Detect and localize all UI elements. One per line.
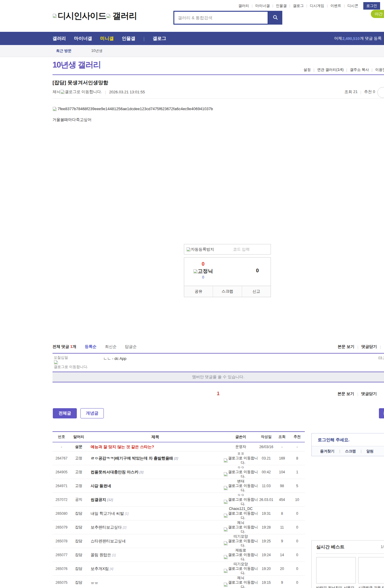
page-1[interactable]: 1 [217,391,220,396]
login-action[interactable]: 알림 [366,449,374,454]
post-link[interactable]: 쇼타렌팬티보고싶네 [91,539,126,543]
site-logo[interactable]: 디시인사이드 갤러리 [52,10,137,22]
author-gallog-link[interactable]: 갤로그로 이동합니다. [224,470,258,479]
row-category: 고정 [70,469,87,475]
post-link[interactable]: 보추개X림 [91,566,109,571]
gallery-link[interactable]: 이용안내 [375,67,384,72]
comment-footer-links: 본문 보기 | 댓글닫기 [338,391,377,397]
share-button[interactable]: 공유 [184,286,213,297]
comment-sort[interactable]: 최신순 [105,344,116,349]
comment-time: 03.2 [378,356,384,360]
nav-item-4[interactable]: 갤로그 [153,36,166,41]
login-button[interactable]: 로그인 [363,2,380,10]
author-gallog-link[interactable]: 갤로그로 이동합니다. [224,580,258,588]
row-views: 8 [274,511,290,516]
comment-author[interactable]: 오칠십일 갤로그로 이동합니다. [54,355,99,369]
gallog-text: 갤로그로 이동합니다. [228,566,258,575]
post-list-header: 번호말머리제목글쓴이작성일조회추천 [52,432,305,442]
author-gallog-link[interactable]: 갤로그로 이동합니다. [224,456,258,465]
gallog-text: 갤로그로 이동합니다. [228,470,258,479]
broken-image-icon [54,360,58,365]
all-posts-button[interactable]: 전체글 [53,408,77,418]
post-link[interactable]: 예능과 잘 맞지 않는 것 같은 스타는? [91,445,154,449]
utility-link[interactable]: 인물갤 [273,4,290,8]
search-input[interactable] [173,11,268,25]
view-post-link[interactable]: 본문 보기 [338,391,354,397]
utility-link[interactable]: 이벤트 [328,4,344,8]
search-button[interactable] [268,11,282,25]
utility-link[interactable]: 갤로그 [290,4,306,8]
column-header: 글쓴이 [224,435,258,439]
separator: | [346,68,347,72]
post-link[interactable]: 보추팬티보고싶다 [91,525,122,529]
gallery-link[interactable]: 갤주소 복사 [350,67,369,72]
view-post-link[interactable]: 본문 보기 [338,344,355,349]
utility-link[interactable]: 갤러리 [236,4,252,8]
row-date: 19:20 [258,567,274,571]
post-link[interactable]: ㄹㅇ공감ㅋㅋ)배기구에 박았는데 차 출발했을때 [91,456,173,460]
row-author: ㅍㅍ 갤로그로 이동합니다. [224,451,258,465]
author-gallog-link[interactable]: 갤로그로 이동합니다. [224,566,258,575]
comment-shortcut-button[interactable] [377,87,384,98]
post-link[interactable]: 씹갤공지 [91,497,106,502]
author-gallog-link[interactable]: 갤로그로 이동합니다. [224,525,258,534]
author-name: Chaos121_DC [224,507,258,511]
comment-sort[interactable]: 답글순 [125,344,136,349]
top-utility-bar: 갤러리|마이너갤|인물갤|갤로그|디시게임|이벤트|디시콘 로그인 [236,2,380,10]
post-link[interactable]: 내일 학교가네 씨발 [91,511,124,516]
comment-sort[interactable]: 등록순 [85,344,96,349]
scrap-button[interactable]: 스크랩 [213,286,242,297]
table-row: 265079잡담보추팬티보고싶다[2]체늬 갤로그로 이동합니다.19:2811… [52,520,305,534]
main-nav: 갤러리마이너갤미니갤인물갤|갤로그 어제 2,490,510개 댓글 등록 [0,32,384,45]
author-gallog-link[interactable]: 갤로그로 이동합니다. [224,497,258,506]
write-post-button[interactable]: 글쓰기 [379,408,384,418]
divider [52,74,384,75]
gallery-link[interactable]: 설정 [304,67,311,72]
nav-item-1[interactable]: 마이너갤 [74,36,92,41]
utility-link[interactable]: 마이너갤 [253,4,272,8]
row-title: 씹갤공지[12] [87,497,224,502]
gallery-title[interactable]: 10년생 갤러리 [52,59,101,70]
captcha-box: 자동등록방지 [184,244,271,255]
post-link[interactable]: 컵을못씌서대충만짐 아스카 [91,470,139,474]
nav-item-3[interactable]: 인물갤 [122,36,135,41]
best-item-caption[interactable]: 시급벌금 괴물 타 [358,585,384,588]
utility-link[interactable]: 디시콘 [345,4,361,8]
author-gallog-link[interactable]: 갤로그로 이동합니다. [224,511,258,520]
author-gallog-link[interactable]: 갤로그로 이동합니다. [60,89,102,95]
login-action[interactable]: 즐겨찾기 [320,449,334,454]
login-action[interactable]: 스크랩 [345,449,356,454]
close-comments-link[interactable]: 댓글닫기 [362,344,377,349]
best-item-thumbnail[interactable] [358,557,384,583]
logo-text-gallery: 갤러리 [112,10,137,22]
downvote-count[interactable]: 0 [248,268,266,274]
author-gallog-link[interactable]: 갤로그로 이동합니다. [224,539,258,548]
post-author[interactable]: 체늬 [52,89,60,95]
post-link[interactable]: 꼴림 원탑은 [91,553,111,557]
row-number: 264905 [52,470,70,474]
gallog-text: 갤로그로 이동합니다. [228,580,258,588]
close-comments-link[interactable]: 댓글닫기 [361,391,377,397]
author-gallog-link[interactable]: 갤로그로 이동합니다. [224,553,258,562]
main-nav-items: 갤러리마이너갤미니갤인물갤|갤로그 [0,36,166,41]
utility-link[interactable]: 디시게임 [307,4,327,8]
post-link[interactable]: ㅠㅠ [91,580,98,585]
comment-header-links: 본문 보기 | 댓글닫기 | [338,344,384,349]
report-button[interactable]: 신고 [242,286,271,297]
row-author: 체늬 갤로그로 이동합니다. [224,576,258,588]
best-posts-button[interactable]: 개념글 [80,408,104,418]
captcha-input[interactable] [214,247,268,252]
night-mode-toggle[interactable]: 야간 모드 [371,10,384,18]
upvote-button[interactable]: 고정닉 [187,268,220,275]
gallery-link[interactable]: 연관 갤러리(1/4) [317,67,344,72]
author-gallog-link[interactable]: 갤로그로 이동합니다. [224,484,258,493]
row-date: 19:25 [258,539,274,543]
best-item-thumbnail[interactable] [316,557,356,583]
recent-gallery-link[interactable]: 10년생 [91,48,102,53]
best-item-caption[interactable]: 바람피 전남친이 선물감 [316,585,356,588]
row-views: 20 [274,567,290,571]
post-link[interactable]: 사갈 들켰네 [91,484,111,488]
nav-item-0[interactable]: 갤러리 [52,36,66,41]
nav-item-2[interactable]: 미니갤 [100,36,114,41]
recent-visit-label[interactable]: 최근 방문 [56,48,71,53]
